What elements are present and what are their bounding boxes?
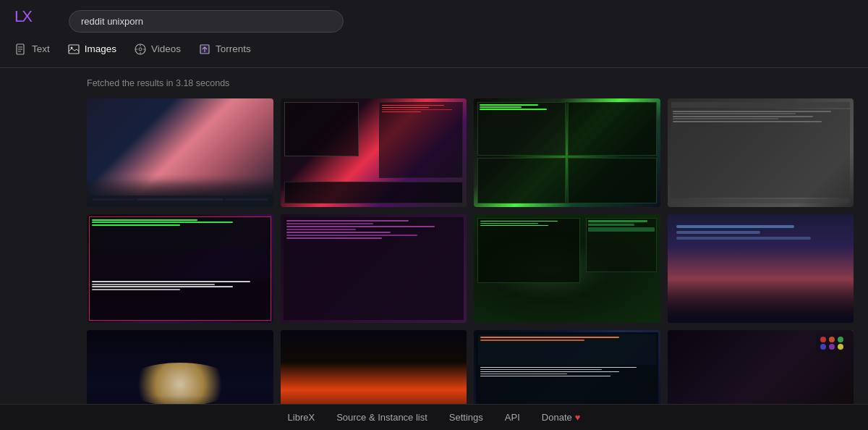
image-item[interactable] <box>474 98 660 207</box>
video-icon <box>134 43 147 56</box>
tab-videos[interactable]: Videos <box>134 43 181 60</box>
footer-source-instance-link[interactable]: Source & Instance list <box>336 412 427 423</box>
image-item[interactable] <box>281 214 467 323</box>
tab-torrents-label: Torrents <box>216 43 251 54</box>
tab-images-label: Images <box>85 43 116 54</box>
search-input[interactable] <box>69 10 344 33</box>
heart-icon: ♥ <box>575 412 581 423</box>
footer-donate-link[interactable]: Donate ♥ <box>542 412 581 423</box>
image-thumb <box>281 214 467 323</box>
header: LX <box>0 0 868 43</box>
results-info-text: Fetched the results in 3.18 seconds <box>87 78 229 88</box>
logo-sub: X <box>22 7 31 25</box>
image-item[interactable] <box>281 98 467 207</box>
donate-label: Donate <box>542 412 572 423</box>
image-grid: 15 <box>0 94 868 430</box>
image-thumb <box>87 214 273 323</box>
image-thumb <box>281 98 467 207</box>
image-item[interactable] <box>474 214 660 323</box>
search-bar <box>69 10 344 33</box>
tab-images[interactable]: Images <box>67 43 116 60</box>
footer-librex-link[interactable]: LibreX <box>288 412 315 423</box>
nav-tabs: Text Images Videos <box>0 43 868 68</box>
document-icon <box>14 43 27 56</box>
image-item[interactable] <box>668 98 854 207</box>
image-thumb <box>668 214 854 323</box>
tab-videos-label: Videos <box>151 43 181 54</box>
torrent-icon <box>198 43 211 56</box>
image-item[interactable] <box>668 214 854 323</box>
image-thumb <box>87 98 273 207</box>
footer: LibreX Source & Instance list Settings A… <box>0 404 868 430</box>
image-icon <box>67 43 80 56</box>
logo[interactable]: LX <box>14 9 54 34</box>
svg-rect-4 <box>69 45 79 54</box>
footer-api-link[interactable]: API <box>505 412 520 423</box>
image-item[interactable] <box>87 214 273 323</box>
image-thumb <box>474 98 660 207</box>
svg-point-7 <box>139 48 142 51</box>
tab-text[interactable]: Text <box>14 43 50 60</box>
logo-main: L <box>14 7 22 25</box>
tab-torrents[interactable]: Torrents <box>198 43 251 60</box>
results-info: Fetched the results in 3.18 seconds <box>0 68 868 94</box>
tab-text-label: Text <box>32 43 50 54</box>
image-item[interactable] <box>87 98 273 207</box>
footer-settings-link[interactable]: Settings <box>449 412 483 423</box>
image-thumb <box>474 214 660 323</box>
image-thumb <box>668 98 854 207</box>
